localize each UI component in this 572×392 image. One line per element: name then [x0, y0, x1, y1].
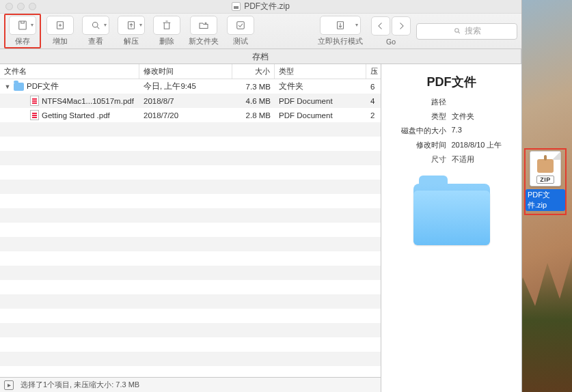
cell-ext: 6	[366, 79, 381, 94]
minimize-window-button[interactable]	[17, 3, 25, 10]
delete-label: 删除	[159, 37, 174, 46]
search-input[interactable]: 搜索	[416, 23, 517, 40]
archive-icon	[232, 2, 241, 11]
nav-forward-button[interactable]	[392, 16, 411, 36]
test-label: 测试	[233, 37, 248, 46]
disclosure-open-icon[interactable]: ▼	[4, 83, 11, 90]
content: 文件名 修改时间 大小 类型 压 ▼PDF文件今日, 上午9:457.3 MB文…	[0, 64, 521, 392]
table-row	[0, 208, 381, 223]
archiver-window: PDF文件.zip ▾ 保存 增加 ▾ 查看 ▾ 解压 删除 新文件夹	[0, 0, 522, 392]
cell-name: ▼PDF文件	[0, 79, 139, 94]
add-label: 增加	[53, 37, 68, 46]
run-mode-button[interactable]: ▾ 立即执行模式	[315, 16, 366, 46]
table-row	[0, 266, 381, 280]
cell-size: 2.8 MB	[232, 108, 275, 122]
cell-size: 7.3 MB	[232, 79, 275, 94]
table-row	[0, 194, 381, 208]
col-date[interactable]: 修改时间	[139, 64, 232, 79]
status-text: 选择了1个项目, 未压缩大小: 7.3 MB	[21, 380, 139, 390]
col-kind[interactable]: 类型	[275, 64, 366, 79]
table-row	[0, 165, 381, 180]
add-button[interactable]: 增加	[44, 16, 77, 46]
preview-date-label: 修改时间	[401, 140, 446, 150]
preview-folder-icon	[413, 184, 490, 245]
table-row	[0, 366, 381, 377]
preview-size-label: 磁盘中的大小	[401, 126, 446, 136]
table-row[interactable]: NTFS4Mac1...10517m.pdf2018/8/74.6 MBPDF …	[0, 94, 381, 108]
preview-path-value	[452, 97, 502, 107]
table-row	[0, 323, 381, 337]
zip-badge: ZIP	[536, 176, 554, 184]
cell-date: 今日, 上午9:45	[139, 79, 232, 94]
zoom-window-button[interactable]	[29, 3, 36, 10]
cell-date: 2018/7/20	[139, 108, 232, 122]
table-row	[0, 280, 381, 294]
file-name: Getting Started .pdf	[42, 111, 110, 120]
file-name: NTFS4Mac1...10517m.pdf	[42, 97, 134, 105]
new-folder-button[interactable]: 新文件夹	[186, 16, 221, 46]
svg-rect-0	[19, 21, 27, 29]
table-row	[0, 223, 381, 237]
table-row	[0, 151, 381, 165]
table-row	[0, 180, 381, 194]
chevron-down-icon: ▾	[139, 22, 142, 28]
window-title: PDF文件.zip	[244, 1, 290, 12]
cell-date: 2018/8/7	[139, 94, 232, 108]
window-controls	[5, 3, 36, 10]
desktop-zip-file[interactable]: ZIP PDF文件.zip	[524, 148, 567, 215]
titlebar: PDF文件.zip	[0, 0, 521, 14]
nav-back-button[interactable]	[371, 16, 390, 36]
view-button[interactable]: ▾ 查看	[79, 16, 112, 46]
table-row	[0, 337, 381, 352]
svg-point-6	[454, 29, 458, 32]
table-row	[0, 122, 381, 137]
svg-rect-4	[237, 22, 245, 29]
zip-icon: ZIP	[530, 151, 561, 186]
cell-kind: 文件夹	[275, 79, 366, 94]
runmode-label: 立即执行模式	[318, 37, 363, 46]
cell-ext: 4	[366, 94, 381, 108]
save-button[interactable]: ▾ 保存	[6, 16, 39, 46]
tab-archive[interactable]: 存档	[0, 49, 521, 64]
table-row	[0, 137, 381, 151]
table-row[interactable]: Getting Started .pdf2018/7/202.8 MBPDF D…	[0, 108, 381, 122]
expand-icon[interactable]: ▸	[4, 380, 14, 390]
table-row[interactable]: ▼PDF文件今日, 上午9:457.3 MB文件夹6	[0, 79, 381, 94]
nav-group: Go	[368, 16, 413, 46]
go-label: Go	[386, 38, 396, 46]
search-icon	[453, 27, 462, 36]
tabbar: 存档	[0, 49, 521, 64]
newfolder-label: 新文件夹	[189, 37, 219, 46]
save-label: 保存	[15, 37, 30, 46]
col-name[interactable]: 文件名	[0, 64, 139, 79]
cell-kind: PDF Document	[275, 94, 366, 108]
preview-dim-value: 不适用	[452, 154, 502, 165]
search-placeholder: 搜索	[465, 25, 481, 37]
file-list-pane: 文件名 修改时间 大小 类型 压 ▼PDF文件今日, 上午9:457.3 MB文…	[0, 64, 381, 392]
close-window-button[interactable]	[5, 3, 13, 10]
preview-date-value: 2018/8/10 上午	[452, 140, 502, 150]
preview-pane: PDF文件 路径 类型文件夹 磁盘中的大小7.3 修改时间2018/8/10 上…	[381, 64, 521, 392]
test-button[interactable]: 测试	[224, 16, 257, 46]
table-row	[0, 309, 381, 323]
preview-title: PDF文件	[427, 74, 476, 90]
chevron-down-icon: ▾	[31, 22, 33, 28]
col-extra[interactable]: 压	[366, 64, 381, 79]
extract-label: 解压	[124, 37, 139, 46]
toolbar: ▾ 保存 增加 ▾ 查看 ▾ 解压 删除 新文件夹 测试	[0, 14, 521, 49]
col-size[interactable]: 大小	[232, 64, 275, 79]
column-headers: 文件名 修改时间 大小 类型 压	[0, 64, 381, 79]
cell-kind: PDF Document	[275, 108, 366, 122]
delete-button[interactable]: 删除	[150, 16, 183, 46]
preview-kind-label: 类型	[401, 111, 446, 122]
pdf-icon	[30, 96, 39, 106]
cell-ext: 2	[366, 108, 381, 122]
status-bar: ▸ 选择了1个项目, 未压缩大小: 7.3 MB	[0, 377, 381, 392]
chevron-down-icon: ▾	[104, 22, 107, 28]
cell-name: NTFS4Mac1...10517m.pdf	[0, 94, 139, 108]
preview-path-label: 路径	[401, 97, 446, 107]
preview-meta: 路径 类型文件夹 磁盘中的大小7.3 修改时间2018/8/10 上午 尺寸不适…	[401, 97, 502, 165]
preview-dim-label: 尺寸	[401, 154, 446, 165]
preview-size-value: 7.3	[452, 126, 502, 136]
extract-button[interactable]: ▾ 解压	[115, 16, 148, 46]
